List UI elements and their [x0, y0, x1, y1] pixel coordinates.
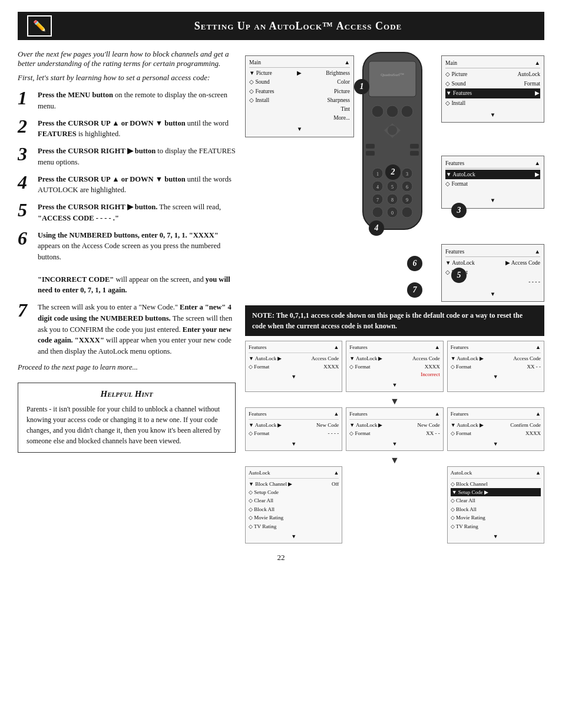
- svg-text:8: 8: [391, 197, 394, 203]
- left-column: Over the next few pages you'll learn how…: [18, 50, 236, 543]
- svg-text:1: 1: [376, 172, 379, 177]
- step-circle-6: 6: [407, 256, 422, 271]
- mini-screen-2: Features▲ ▼ AutoLock▶Access Code ◇ Forma…: [346, 341, 443, 392]
- svg-text:7: 7: [376, 197, 379, 203]
- step-4: 4 Press the CURSOR UP ▲ or DOWN ▼ button…: [18, 174, 236, 196]
- step-7: 7 The screen will ask you to enter a "Ne…: [18, 302, 236, 357]
- svg-point-3: [372, 106, 384, 117]
- step-number-7: 7: [18, 301, 38, 319]
- mini-screen-autolock-right: AutoLock▲ ◇ Block Channel ▼ Setup Code▶ …: [447, 466, 544, 543]
- step-circle-2a: 2: [385, 164, 401, 180]
- svg-point-36: [402, 207, 412, 218]
- helpful-hint-title: Helpful Hint: [27, 389, 227, 399]
- proceed-text: Proceed to the next page to learn more..…: [18, 363, 236, 372]
- svg-text:9: 9: [406, 197, 408, 203]
- mini-screens-row2: Features▲ ▼ AutoLock▶New Code ◇ Format- …: [245, 407, 544, 451]
- helpful-hint-text: Parents - it isn't possible for your chi…: [27, 404, 227, 446]
- step-circle-1: 1: [354, 79, 369, 94]
- step-circle-5: 5: [451, 268, 467, 283]
- arrow-connector-1: ▼: [245, 396, 544, 407]
- svg-rect-13: [366, 151, 375, 156]
- step-circle-3: 3: [451, 203, 467, 218]
- mini-screen-6: Features▲ ▼ AutoLock▶Confirm Code ◇ Form…: [447, 407, 544, 451]
- step-number-3: 3: [18, 144, 38, 163]
- svg-point-4: [386, 106, 398, 117]
- step-5: 5 Press the CURSOR RIGHT ▶ button. The s…: [18, 202, 236, 224]
- step-number-6: 6: [18, 229, 38, 248]
- screen3-box: Features▲ ▼ AutoLock▶ ◇ Format ▼: [441, 156, 544, 209]
- mini-screens-row3: AutoLock▲ ▼ Block Channel▶Off ◇ Setup Co…: [245, 466, 544, 543]
- svg-text:0: 0: [391, 210, 394, 216]
- page: ✏️ Setting Up an AutoLock™ Access Code O…: [0, 0, 562, 728]
- helpful-hint-box: Helpful Hint Parents - it isn't possible…: [18, 383, 236, 453]
- step-text-5: Press the CURSOR RIGHT ▶ button. The scr…: [38, 202, 236, 224]
- step-number-5: 5: [18, 200, 38, 219]
- mini-screen-4: Features▲ ▼ AutoLock▶New Code ◇ Format- …: [245, 407, 342, 451]
- drop-cap: O: [18, 50, 23, 58]
- step-number-1: 1: [18, 88, 38, 107]
- intro-text: ver the next few pages you'll learn how …: [18, 50, 229, 68]
- step-text-2: Press the CURSOR UP ▲ or DOWN ▼ button u…: [38, 118, 236, 140]
- svg-text:5: 5: [391, 185, 394, 190]
- step-number-4: 4: [18, 173, 38, 192]
- mini-screen-3: Features▲ ▼ AutoLock▶Access Code ◇ Forma…: [447, 341, 544, 392]
- step-2: 2 Press the CURSOR UP ▲ or DOWN ▼ button…: [18, 118, 236, 140]
- svg-rect-1: [369, 61, 416, 97]
- note-box: NOTE: The 0,7,1,1 access code shown on t…: [245, 305, 544, 336]
- intro-paragraph: Over the next few pages you'll learn how…: [18, 50, 236, 68]
- step-1: 1 Press the MENU button on the remote to…: [18, 90, 236, 112]
- step-text-1: Press the MENU button on the remote to d…: [38, 90, 236, 112]
- screen2-box: Main▲ ◇ PictureAutoLock ◇ SoundFormat ▼ …: [441, 55, 544, 123]
- mini-screens-row1: Features▲ ▼ AutoLock▶Access Code ◇ Forma…: [245, 341, 544, 392]
- step-text-3: Press the CURSOR RIGHT ▶ button to displ…: [38, 146, 236, 168]
- page-number: 22: [18, 553, 544, 562]
- mini-screen-1: Features▲ ▼ AutoLock▶Access Code ◇ Forma…: [245, 341, 342, 392]
- empty-cell: [346, 466, 443, 543]
- step-circle-2b: 4: [369, 220, 384, 236]
- svg-rect-14: [410, 151, 419, 156]
- svg-text:6: 6: [406, 185, 408, 190]
- svg-text:4: 4: [376, 185, 379, 190]
- step-text-6: Using the NUMBERED buttons, enter 0, 7, …: [38, 230, 236, 297]
- svg-rect-12: [410, 144, 419, 149]
- svg-point-5: [401, 106, 413, 117]
- arrow-connector-2: ▼: [245, 454, 544, 466]
- main-content: Over the next few pages you'll learn how…: [18, 50, 544, 543]
- step-6: 6 Using the NUMBERED buttons, enter 0, 7…: [18, 230, 236, 297]
- step-text-4: Press the CURSOR UP ▲ or DOWN ▼ button u…: [38, 174, 236, 196]
- mini-screen-autolock-left: AutoLock▲ ▼ Block Channel▶Off ◇ Setup Co…: [245, 466, 342, 543]
- step-circle-7: 7: [407, 282, 422, 298]
- page-title: Setting Up an AutoLock™ Access Code: [61, 20, 535, 32]
- header-icon: ✏️: [27, 15, 52, 37]
- svg-rect-11: [366, 144, 375, 149]
- mini-screen-5: Features▲ ▼ AutoLock▶New Code ◇ FormatXX…: [346, 407, 443, 451]
- svg-text:QuadraSurf™: QuadraSurf™: [381, 73, 404, 77]
- right-column: Main ▲ ▼ Picture▶Brightness ◇ SoundColor…: [245, 50, 544, 543]
- step-text-7: The screen will ask you to enter a "New …: [38, 302, 236, 357]
- intro-paragraph-2: First, let's start by learning how to se…: [18, 73, 236, 83]
- step-3: 3 Press the CURSOR RIGHT ▶ button to dis…: [18, 146, 236, 168]
- screen1-title: Main: [249, 58, 261, 67]
- svg-point-10: [388, 126, 397, 135]
- step-number-2: 2: [18, 117, 38, 136]
- svg-point-33: [372, 207, 383, 218]
- svg-text:3: 3: [406, 172, 408, 177]
- page-header: ✏️ Setting Up an AutoLock™ Access Code: [18, 12, 544, 40]
